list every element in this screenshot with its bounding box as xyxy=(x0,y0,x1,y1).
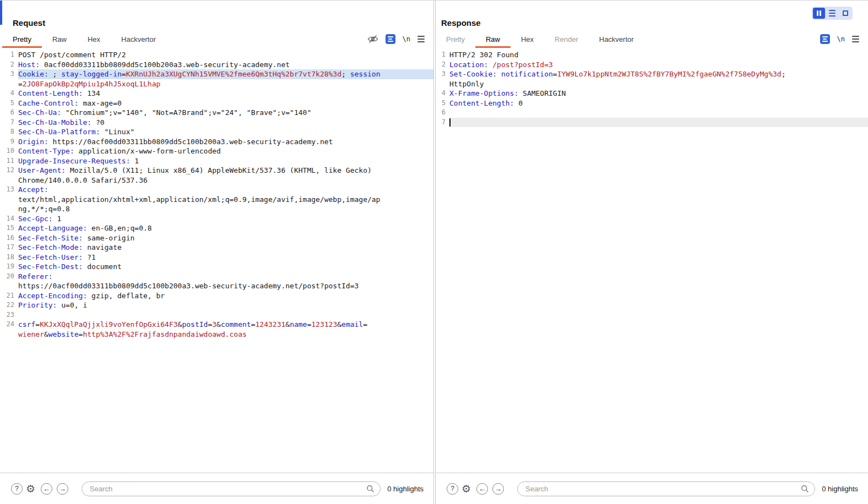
request-editor[interactable]: 1POST /post/comment HTTP/22Host: 0acf00d… xyxy=(0,48,433,473)
search-box[interactable] xyxy=(82,481,381,496)
tab-pretty[interactable]: Pretty xyxy=(2,30,42,48)
editor-line[interactable]: 3Cookie: ; stay-logged-in=KXRnUJh2a3XUgC… xyxy=(0,69,433,89)
editor-row[interactable]: Set-Cookie: notification=IYW9Lo7k1ppNtm2… xyxy=(449,69,868,79)
editor-row[interactable]: X-Frame-Options: SAMEORIGIN xyxy=(449,89,868,98)
editor-line[interactable]: 20Referer:https://0acf00dd03311bb0809dd5… xyxy=(0,272,433,291)
editor-line[interactable]: 8Sec-Ch-Ua-Platform: "Linux" xyxy=(0,127,433,137)
settings-gear-icon[interactable]: ⚙ xyxy=(462,484,471,494)
editor-line[interactable]: 13Accept:text/html,application/xhtml+xml… xyxy=(0,185,433,214)
layout-rows-button[interactable] xyxy=(826,8,838,19)
editor-row[interactable]: Sec-Gpc: 1 xyxy=(18,214,433,224)
editor-row[interactable]: Sec-Ch-Ua-Platform: "Linux" xyxy=(18,127,433,137)
editor-line[interactable]: 15Accept-Language: en-GB,en;q=0.8 xyxy=(0,223,433,233)
editor-line[interactable]: 11Upgrade-Insecure-Requests: 1 xyxy=(0,156,433,166)
editor-line[interactable]: 1HTTP/2 302 Found xyxy=(436,50,868,60)
response-editor[interactable]: 1HTTP/2 302 Found2Location: /post?postId… xyxy=(436,48,868,473)
editor-line[interactable]: 22Priority: u=0, i xyxy=(0,300,433,310)
search-input[interactable] xyxy=(524,484,801,494)
editor-line[interactable]: 19Sec-Fetch-Dest: document xyxy=(0,262,433,272)
editor-row[interactable]: Sec-Fetch-Dest: document xyxy=(18,262,433,272)
tab-raw[interactable]: Raw xyxy=(475,30,511,48)
prev-match-button[interactable]: ← xyxy=(476,483,488,495)
editor-row[interactable]: User-Agent: Mozilla/5.0 (X11; Linux x86_… xyxy=(18,166,433,176)
tab-hex[interactable]: Hex xyxy=(511,30,544,48)
tab-pretty[interactable]: Pretty xyxy=(436,30,475,48)
editor-line[interactable]: 21Accept-Encoding: gzip, deflate, br xyxy=(0,291,433,301)
editor-line[interactable]: 1POST /post/comment HTTP/2 xyxy=(0,50,433,60)
tab-hackvertor[interactable]: Hackvertor xyxy=(589,30,644,48)
editor-row[interactable]: Content-Type: application/x-www-form-url… xyxy=(18,146,433,156)
editor-row[interactable]: Origin: https://0acf00dd03311bb0809dd5c1… xyxy=(18,137,433,147)
editor-row[interactable]: csrf=KKJxXQqlPaQjjxli9voYenfOpGxi64F3&po… xyxy=(18,320,433,330)
tab-hex[interactable]: Hex xyxy=(77,30,111,48)
editor-row[interactable]: POST /post/comment HTTP/2 xyxy=(18,50,433,60)
editor-line[interactable]: 6 xyxy=(436,108,868,118)
editor-row[interactable]: Priority: u=0, i xyxy=(18,300,433,310)
editor-line[interactable]: 4Content-Length: 134 xyxy=(0,89,433,98)
next-match-button[interactable]: → xyxy=(492,483,504,495)
editor-line[interactable]: 23 xyxy=(0,310,433,320)
show-newlines-button[interactable]: \n xyxy=(837,35,845,43)
search-box[interactable] xyxy=(517,481,815,496)
editor-row[interactable]: Content-Length: 134 xyxy=(18,89,433,98)
syntax-highlight-icon[interactable] xyxy=(386,34,395,44)
editor-line[interactable]: 5Cache-Control: max-age=0 xyxy=(0,98,433,108)
editor-line[interactable]: 12User-Agent: Mozilla/5.0 (X11; Linux x8… xyxy=(0,166,433,185)
editor-row[interactable]: Accept: xyxy=(18,185,433,195)
editor-row[interactable]: HTTP/2 302 Found xyxy=(449,50,868,60)
editor-line[interactable]: 10Content-Type: application/x-www-form-u… xyxy=(0,146,433,156)
editor-menu-icon[interactable] xyxy=(417,35,425,43)
editor-row[interactable] xyxy=(449,118,868,128)
editor-line[interactable]: 7Sec-Ch-Ua-Mobile: ?0 xyxy=(0,118,433,128)
editor-row[interactable]: =2JO8FapOkBp2qMpiu1p4hJ5xoqL1Lhap xyxy=(18,79,433,89)
editor-line[interactable]: 17Sec-Fetch-Mode: navigate xyxy=(0,243,433,253)
maximize-button[interactable] xyxy=(839,8,851,19)
tab-raw[interactable]: Raw xyxy=(42,30,77,48)
editor-row[interactable]: HttpOnly xyxy=(449,79,868,89)
editor-line[interactable]: 9Origin: https://0acf00dd03311bb0809dd5c… xyxy=(0,137,433,147)
editor-row[interactable]: Cookie: ; stay-logged-in=KXRnUJh2a3XUgCY… xyxy=(18,69,433,79)
editor-row[interactable]: Sec-Fetch-Mode: navigate xyxy=(18,243,433,253)
editor-row[interactable]: wiener&website=http%3A%2F%2Frajfasdnpand… xyxy=(18,330,433,339)
editor-line[interactable]: 24csrf=KKJxXQqlPaQjjxli9voYenfOpGxi64F3&… xyxy=(0,320,433,339)
editor-line[interactable]: 4X-Frame-Options: SAMEORIGIN xyxy=(436,89,868,98)
editor-line[interactable]: 16Sec-Fetch-Site: same-origin xyxy=(0,233,433,243)
pause-updates-button[interactable] xyxy=(813,8,825,19)
search-input[interactable] xyxy=(89,484,366,494)
show-newlines-button[interactable]: \n xyxy=(403,35,410,43)
editor-row[interactable]: Cache-Control: max-age=0 xyxy=(18,98,433,108)
tab-render[interactable]: Render xyxy=(544,30,589,48)
editor-line[interactable]: 2Host: 0acf00dd03311bb0809dd5c100b200a3.… xyxy=(0,60,433,70)
editor-row[interactable]: Sec-Ch-Ua-Mobile: ?0 xyxy=(18,118,433,128)
tab-hackvertor[interactable]: Hackvertor xyxy=(111,30,166,48)
hide-eye-icon[interactable] xyxy=(367,35,378,43)
prev-match-button[interactable]: ← xyxy=(41,483,52,495)
editor-row[interactable]: text/html,application/xhtml+xml,applicat… xyxy=(18,195,433,205)
editor-row[interactable] xyxy=(449,108,868,118)
editor-line[interactable]: 7 xyxy=(436,118,868,128)
editor-row[interactable]: Accept-Language: en-GB,en;q=0.8 xyxy=(18,223,433,233)
editor-row[interactable]: Upgrade-Insecure-Requests: 1 xyxy=(18,156,433,166)
editor-row[interactable]: Sec-Fetch-Site: same-origin xyxy=(18,233,433,243)
editor-line[interactable]: 6Sec-Ch-Ua: "Chromium";v="140", "Not=A?B… xyxy=(0,108,433,118)
help-button[interactable]: ? xyxy=(11,483,23,495)
editor-row[interactable]: Host: 0acf00dd03311bb0809dd5c100b200a3.w… xyxy=(18,60,433,70)
editor-line[interactable]: 2Location: /post?postId=3 xyxy=(436,60,868,70)
editor-row[interactable]: https://0acf00dd03311bb0809dd5c100b200a3… xyxy=(18,281,433,291)
editor-row[interactable]: Sec-Fetch-User: ?1 xyxy=(18,253,433,262)
editor-line[interactable]: 18Sec-Fetch-User: ?1 xyxy=(0,253,433,262)
help-button[interactable]: ? xyxy=(447,483,458,495)
editor-row[interactable]: Content-Length: 0 xyxy=(449,98,868,108)
next-match-button[interactable]: → xyxy=(57,483,68,495)
editor-line[interactable]: 14Sec-Gpc: 1 xyxy=(0,214,433,224)
editor-menu-icon[interactable] xyxy=(852,35,859,43)
settings-gear-icon[interactable]: ⚙ xyxy=(26,484,35,494)
editor-row[interactable]: Referer: xyxy=(18,272,433,282)
editor-line[interactable]: 3Set-Cookie: notification=IYW9Lo7k1ppNtm… xyxy=(436,69,868,89)
editor-row[interactable]: Location: /post?postId=3 xyxy=(449,60,868,70)
editor-row[interactable]: Accept-Encoding: gzip, deflate, br xyxy=(18,291,433,301)
editor-row[interactable]: Sec-Ch-Ua: "Chromium";v="140", "Not=A?Br… xyxy=(18,108,433,118)
editor-row[interactable] xyxy=(18,310,433,320)
editor-row[interactable]: ng,*/*;q=0.8 xyxy=(18,204,433,214)
editor-line[interactable]: 5Content-Length: 0 xyxy=(436,98,868,108)
